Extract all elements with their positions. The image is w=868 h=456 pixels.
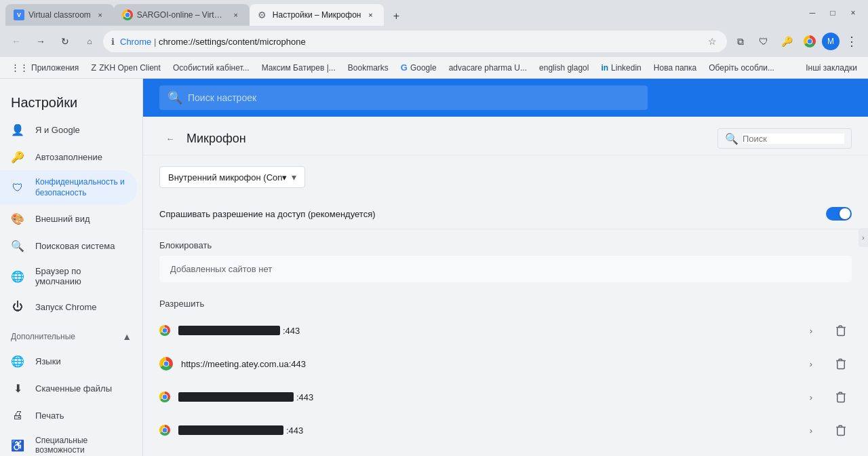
sidebar-item-search[interactable]: 🔍 Поисковая система	[0, 232, 137, 259]
sidebar-item-accessibility[interactable]: ♿ Специальные возможности	[0, 429, 137, 456]
close-button[interactable]: ×	[844, 3, 863, 22]
refresh-button[interactable]: ↻	[54, 31, 76, 52]
tab-2-favicon	[122, 10, 133, 20]
ask-permission-toggle[interactable]	[826, 207, 852, 221]
site-2-expand[interactable]: ›	[800, 353, 822, 375]
settings-search-wrap[interactable]: 🔍	[159, 86, 648, 110]
site-3-delete[interactable]	[830, 386, 852, 408]
content-search-input[interactable]	[743, 134, 844, 144]
block-section-heading: Блокировать	[143, 229, 868, 256]
bookmark-more[interactable]: Інші закладки	[800, 60, 863, 76]
tab-1[interactable]: V Virtual classroom ×	[5, 4, 114, 26]
minimize-button[interactable]: ─	[803, 3, 822, 22]
bookmark-english-label: english glagol	[539, 63, 589, 73]
back-button[interactable]: ←	[159, 128, 181, 149]
chrome-icon[interactable]	[799, 31, 821, 52]
site-2-delete[interactable]	[830, 353, 852, 375]
bookmark-english[interactable]: english glagol	[534, 60, 594, 76]
page-content: Настройки 👤 Я и Google 🔑 Автозаполнение …	[0, 79, 868, 456]
settings-sidebar: Настройки 👤 Я и Google 🔑 Автозаполнение …	[0, 79, 142, 456]
site-3-expand[interactable]: ›	[800, 386, 822, 408]
site-3-url-wrap: :443	[178, 392, 792, 402]
bookmark-advacare-label: advacare pharma U...	[449, 63, 527, 73]
home-button[interactable]: ⌂	[79, 31, 100, 52]
tab-2[interactable]: SARGOI-online – Virtual classroo... ×	[114, 4, 250, 26]
site-1-expand[interactable]: ›	[800, 320, 822, 341]
forward-button[interactable]: →	[30, 31, 52, 52]
tab-2-close[interactable]: ×	[231, 10, 241, 20]
window-controls: ─ □ ×	[803, 3, 863, 22]
site-3-suffix: :443	[296, 392, 313, 402]
allow-section-heading: Разрешить	[143, 288, 868, 314]
bookmark-star-icon[interactable]: ☆	[705, 35, 719, 48]
bookmark-advacare[interactable]: advacare pharma U...	[443, 60, 532, 76]
new-tab-button[interactable]: +	[387, 7, 406, 26]
bookmark-apps[interactable]: ⋮⋮ Приложения	[5, 60, 84, 76]
sidebar-item-autofill[interactable]: 🔑 Автозаполнение	[0, 143, 137, 170]
extensions-icon[interactable]: ⧉	[730, 31, 751, 52]
bookmark-osobist-label: Особистий кабінет...	[173, 63, 250, 73]
settings-search-header: 🔍	[143, 79, 868, 117]
address-input[interactable]: ℹ Chrome | chrome://settings/content/mic…	[103, 31, 727, 52]
linkedin-icon: in	[601, 63, 608, 73]
additional-section: Дополнительные ▲	[0, 326, 142, 347]
sidebar-accessibility-label: Специальные возможности	[35, 436, 126, 455]
tab-3-close[interactable]: ×	[365, 10, 376, 20]
mic-device-label: Внутренний микрофон (Con▾	[168, 172, 288, 183]
bookmark-bookmarks[interactable]: Bookmarks	[342, 60, 394, 76]
tab-3[interactable]: ⚙ Настройки – Микрофон ×	[250, 4, 384, 26]
zkh-icon: Z	[91, 62, 96, 73]
tab-1-close[interactable]: ×	[95, 10, 106, 20]
bookmark-nova-papka[interactable]: Нова папка	[648, 60, 702, 76]
sidebar-item-languages[interactable]: 🌐 Языки	[0, 347, 137, 375]
sidebar-item-downloads[interactable]: ⬇ Скаченные файлы	[0, 375, 137, 402]
languages-icon: 🌐	[11, 354, 24, 368]
allowed-sites-list: :443 › https://meeting.atey.com.ua:443	[143, 314, 868, 447]
menu-icon[interactable]: ⋮	[841, 31, 863, 52]
bookmark-osobist[interactable]: Особистий кабінет...	[167, 60, 255, 76]
scroll-indicator-icon: ›	[862, 234, 864, 242]
sidebar-item-google[interactable]: 👤 Я и Google	[0, 116, 137, 143]
address-icons: ☆	[705, 35, 719, 48]
bookmark-linkedin[interactable]: in Linkedin	[595, 60, 646, 76]
password-icon[interactable]: 🔑	[776, 31, 797, 52]
delete-icon	[835, 324, 847, 337]
sidebar-print-label: Печать	[35, 411, 64, 421]
settings-search-input[interactable]	[188, 92, 639, 103]
settings-title: Настройки	[11, 95, 77, 110]
bookmark-maksim-label: Максим Батирев |...	[262, 63, 336, 73]
settings-search-icon: 🔍	[167, 90, 182, 105]
site-4-expand[interactable]: ›	[800, 419, 822, 441]
back-button[interactable]: ←	[5, 31, 27, 52]
bookmark-obirit[interactable]: Оберіть особли...	[703, 60, 780, 76]
shield-icon[interactable]: 🛡	[753, 31, 774, 52]
additional-toggle[interactable]: ▲	[122, 331, 132, 342]
sidebar-item-print[interactable]: 🖨 Печать	[0, 402, 137, 429]
sidebar-item-browser[interactable]: 🌐 Браузер по умолчанию	[0, 259, 137, 293]
maximize-button[interactable]: □	[823, 3, 842, 22]
mic-device-section: Внутренний микрофон (Con▾ ▾	[143, 155, 868, 199]
sidebar-downloads-label: Скаченные файлы	[35, 383, 112, 394]
bookmark-zkh[interactable]: Z ZKH Open Client	[85, 60, 166, 76]
site-1-url-redacted	[178, 326, 280, 335]
site-1-suffix: :443	[283, 326, 300, 336]
sidebar-item-appearance[interactable]: 🎨 Внешний вид	[0, 205, 137, 232]
search-engine-icon: 🔍	[11, 239, 24, 252]
site-1-favicon	[159, 325, 170, 336]
bookmark-maksim[interactable]: Максим Батирев |...	[256, 60, 341, 76]
tab-3-favicon: ⚙	[258, 10, 269, 20]
content-search[interactable]: 🔍	[717, 128, 852, 149]
tab-bar: V Virtual classroom × SARGOI-online – Vi…	[5, 0, 795, 26]
ask-permission-label: Спрашивать разрешение на доступ (рекомен…	[159, 209, 376, 219]
sidebar-item-startup[interactable]: ⏻ Запуск Chrome	[0, 293, 137, 320]
startup-icon: ⏻	[11, 300, 24, 314]
bookmark-google[interactable]: G Google	[395, 60, 442, 76]
profile-icon[interactable]: M	[822, 33, 840, 50]
mic-device-dropdown[interactable]: Внутренний микрофон (Con▾ ▾	[159, 166, 305, 188]
site-4-delete[interactable]	[830, 419, 852, 441]
site-1-delete[interactable]	[830, 320, 852, 341]
scroll-indicator[interactable]: ›	[859, 228, 868, 247]
bookmark-bookmarks-label: Bookmarks	[348, 63, 389, 73]
sidebar-item-privacy[interactable]: 🛡 Конфиденциальность и безопасность	[0, 170, 137, 205]
sidebar-startup-label: Запуск Chrome	[35, 302, 97, 312]
